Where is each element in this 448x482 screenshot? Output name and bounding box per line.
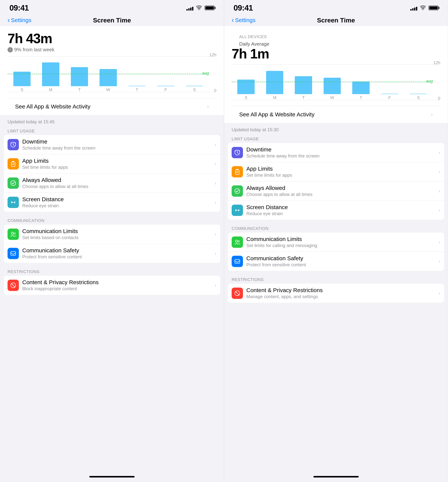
settings-group: Content & Privacy RestrictionsManage con…: [228, 284, 444, 303]
screendistance-icon: [232, 205, 243, 216]
see-all-activity-row[interactable]: See All App & Website Activity ›: [8, 98, 216, 115]
row-subtitle: Schedule time away from the screen: [246, 153, 439, 159]
settings-row-contentprivacy[interactable]: Content & Privacy RestrictionsManage con…: [228, 284, 444, 303]
settings-row-downtime[interactable]: DowntimeSchedule time away from the scre…: [4, 135, 220, 154]
signal-icon: [186, 5, 193, 11]
settings-row-commlimits[interactable]: Communication LimitsSet limits based on …: [4, 225, 220, 244]
chart-bar: [266, 71, 283, 94]
settings-row-alwaysallowed[interactable]: Always AllowedChoose apps to allow at al…: [4, 174, 220, 193]
home-indicator: [0, 474, 224, 482]
chevron-right-icon: ›: [431, 112, 433, 118]
row-texts: Content & Privacy RestrictionsManage con…: [246, 287, 439, 299]
home-bar: [89, 476, 134, 477]
row-texts: Always AllowedChoose apps to allow at al…: [22, 177, 215, 189]
chart-bar-day-label: T: [136, 87, 138, 92]
settings-group: Communication LimitsSet limits for calli…: [228, 233, 444, 271]
row-texts: DowntimeSchedule time away from the scre…: [22, 138, 215, 151]
scroll-content: 7h 43m ↑ 9% from last week 12h0avgSMTWTF…: [0, 26, 224, 474]
chart-bar: [157, 86, 174, 86]
chart-bar-day-label: W: [106, 87, 110, 92]
svg-rect-13: [236, 170, 239, 174]
home-indicator: [224, 474, 448, 482]
chart-bar-day-label: F: [164, 87, 167, 92]
row-texts: Communication SafetyProtect from sensiti…: [22, 247, 215, 259]
row-chevron-icon: ›: [215, 199, 216, 205]
chart-bar-day-label: S: [193, 87, 196, 92]
settings-row-screendistance[interactable]: Screen DistanceReduce eye strain›: [4, 193, 220, 212]
row-subtitle: Set time limits for apps: [22, 165, 215, 170]
row-title: Content & Privacy Restrictions: [246, 287, 439, 293]
chart-bar-item: T: [347, 81, 375, 100]
row-chevron-icon: ›: [215, 142, 216, 148]
settings-row-alwaysallowed[interactable]: Always AllowedChoose apps to allow at al…: [228, 181, 444, 201]
downtime-icon: [232, 147, 243, 158]
row-title: App Limits: [22, 158, 215, 164]
settings-group: Content & Privacy RestrictionsBlock inap…: [4, 276, 220, 295]
commsafety-icon: [8, 248, 19, 259]
row-title: Always Allowed: [246, 185, 439, 191]
usage-card: 7h 43m ↑ 9% from last week 12h0avgSMTWTF…: [0, 26, 224, 115]
row-title: Downtime: [22, 138, 215, 145]
scroll-content: ALL DEVICESDaily Average7h 1m12h0avgSMTW…: [224, 26, 448, 474]
section-label-communication: COMMUNICATION: [0, 216, 224, 225]
usage-card: ALL DEVICESDaily Average7h 1m12h0avgSMTW…: [224, 26, 448, 123]
chart-bar-day-label: S: [417, 95, 420, 100]
chart-bar-day-label: F: [388, 95, 391, 100]
row-title: Communication Limits: [246, 236, 439, 242]
chart-bars: SMTWTFS: [232, 64, 433, 100]
row-subtitle: Block inappropriate content: [22, 286, 215, 291]
row-title: Communication Safety: [246, 255, 439, 262]
back-button[interactable]: ‹ Settings: [232, 16, 255, 24]
chart-bar-item: T: [65, 67, 94, 92]
chart-bar-item: S: [404, 94, 433, 100]
chart-bar-item: T: [289, 76, 318, 100]
settings-row-commsafety[interactable]: Communication SafetyProtect from sensiti…: [228, 252, 444, 271]
settings-row-downtime[interactable]: DowntimeSchedule time away from the scre…: [228, 143, 444, 162]
chart-bar: [186, 86, 203, 86]
row-title: Always Allowed: [22, 177, 215, 183]
chart-bar: [352, 81, 369, 94]
row-subtitle: Protect from sensitive content: [22, 254, 215, 259]
updated-text: Updated today at 15:45: [0, 117, 224, 126]
svg-point-11: [423, 9, 423, 10]
chart-avg-line: avg: [232, 82, 433, 82]
chart-bar-item: T: [123, 86, 151, 92]
see-all-text: See All App & Website Activity: [239, 111, 314, 118]
wifi-icon: [196, 5, 202, 11]
back-label: Settings: [11, 17, 31, 23]
phone-panel-right: 09:41 ‹ SettingsScreen TimeALL DEVICESDa…: [224, 0, 448, 482]
row-chevron-icon: ›: [439, 207, 440, 213]
see-all-activity-row[interactable]: See All App & Website Activity ›: [232, 106, 440, 123]
back-chevron-icon: ‹: [232, 16, 234, 24]
row-subtitle: Manage content, apps, and settings: [246, 294, 439, 299]
row-texts: Communication SafetyProtect from sensiti…: [246, 255, 439, 267]
battery-icon: [429, 6, 438, 10]
row-title: Screen Distance: [22, 196, 215, 202]
settings-row-applimits[interactable]: App LimitsSet time limits for apps›: [4, 154, 220, 174]
section-label-restrictions: RESTRICTIONS: [0, 267, 224, 276]
settings-row-commsafety[interactable]: Communication SafetyProtect from sensiti…: [4, 244, 220, 263]
row-chevron-icon: ›: [215, 180, 216, 186]
row-title: App Limits: [246, 166, 439, 172]
row-texts: Screen DistanceReduce eye strain: [22, 196, 215, 208]
row-chevron-icon: ›: [215, 250, 216, 257]
settings-row-contentprivacy[interactable]: Content & Privacy RestrictionsBlock inap…: [4, 276, 220, 295]
row-subtitle: Reduce eye strain: [22, 203, 215, 208]
usage-chart: 12h0avgSMTWTFS: [8, 56, 216, 98]
settings-group: Communication LimitsSet limits based on …: [4, 225, 220, 263]
chart-avg-label: avg: [426, 79, 433, 84]
back-button[interactable]: ‹ Settings: [8, 16, 31, 24]
chart-bar: [128, 86, 146, 86]
back-label: Settings: [235, 17, 255, 23]
svg-point-17: [236, 240, 238, 242]
settings-row-screendistance[interactable]: Screen DistanceReduce eye strain›: [228, 201, 444, 220]
status-time: 09:41: [9, 3, 29, 12]
chart-bar-day-label: M: [49, 87, 52, 92]
usage-big-time: 7h 43m: [8, 32, 216, 45]
settings-row-applimits[interactable]: App LimitsSet time limits for apps›: [228, 162, 444, 181]
row-subtitle: Schedule time away from the screen: [22, 145, 215, 151]
row-chevron-icon: ›: [439, 239, 440, 245]
settings-row-commlimits[interactable]: Communication LimitsSet limits for calli…: [228, 233, 444, 252]
status-bar: 09:41: [0, 0, 224, 14]
row-title: Communication Limits: [22, 228, 215, 234]
